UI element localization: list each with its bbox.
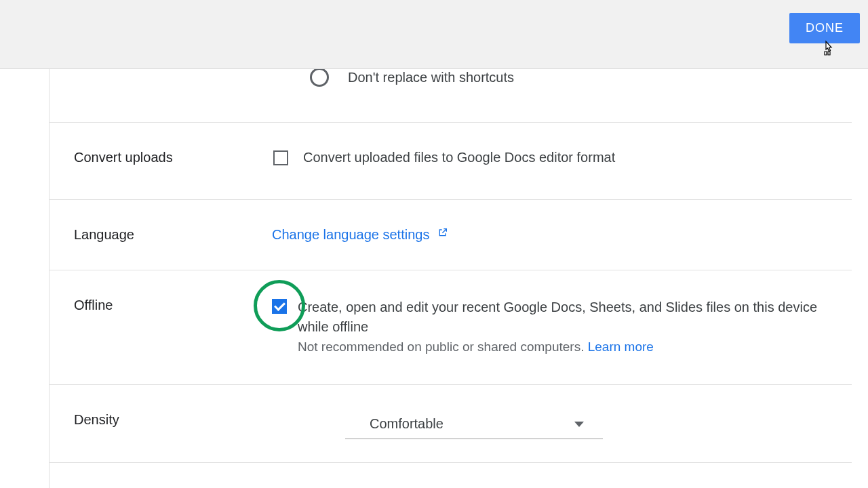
- shortcuts-section-tail: Don't replace with shortcuts: [50, 69, 852, 123]
- offline-learn-more-link[interactable]: Learn more: [588, 340, 654, 354]
- density-heading: Density: [74, 412, 119, 427]
- convert-uploads-section: Convert uploads Convert uploaded files t…: [50, 123, 852, 200]
- checkbox-unchecked-icon: [273, 150, 288, 165]
- offline-checkbox[interactable]: [272, 299, 287, 314]
- convert-uploads-label: Convert uploaded files to Google Docs ed…: [303, 150, 615, 165]
- offline-section: Offline Create, open and edit your recen…: [50, 270, 852, 385]
- density-dropdown[interactable]: Comfortable: [345, 412, 603, 439]
- offline-note: Not recommended on public or shared comp…: [298, 340, 852, 354]
- change-language-link[interactable]: Change language settings: [272, 227, 448, 243]
- density-value: Comfortable: [370, 416, 443, 432]
- suggestions-section: Suggestions: [50, 463, 852, 488]
- radio-unchecked-icon: [310, 69, 329, 87]
- dont-replace-shortcuts-label: Don't replace with shortcuts: [348, 70, 514, 85]
- done-button[interactable]: DONE: [789, 13, 860, 43]
- external-link-icon: [437, 227, 448, 238]
- dialog-header: DONE: [0, 0, 868, 69]
- offline-option-label: Create, open and edit your recent Google…: [298, 298, 852, 337]
- convert-uploads-option[interactable]: Convert uploaded files to Google Docs ed…: [273, 150, 615, 165]
- density-section: Density Comfortable: [50, 385, 852, 463]
- dont-replace-shortcuts-option[interactable]: Don't replace with shortcuts: [310, 69, 514, 87]
- convert-uploads-heading: Convert uploads: [74, 150, 173, 165]
- settings-panel: Don't replace with shortcuts Convert upl…: [49, 69, 868, 488]
- change-language-label: Change language settings: [272, 227, 429, 242]
- offline-note-text: Not recommended on public or shared comp…: [298, 340, 588, 354]
- dropdown-triangle-icon: [574, 422, 584, 427]
- language-section: Language Change language settings: [50, 200, 852, 270]
- offline-heading: Offline: [74, 298, 113, 312]
- language-heading: Language: [74, 227, 134, 242]
